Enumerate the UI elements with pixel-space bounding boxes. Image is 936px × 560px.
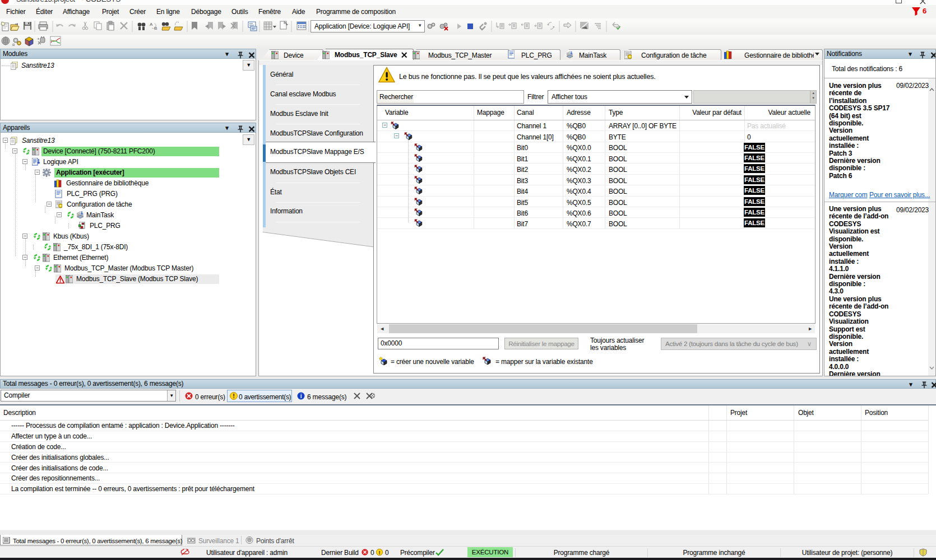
svg-text:+: + <box>37 36 40 41</box>
svg-text:α: α <box>12 43 15 46</box>
svg-text:i: i <box>300 393 302 399</box>
svg-text:!: ! <box>233 393 234 399</box>
svg-text:A: A <box>150 22 153 27</box>
svg-text:!: ! <box>379 550 381 556</box>
